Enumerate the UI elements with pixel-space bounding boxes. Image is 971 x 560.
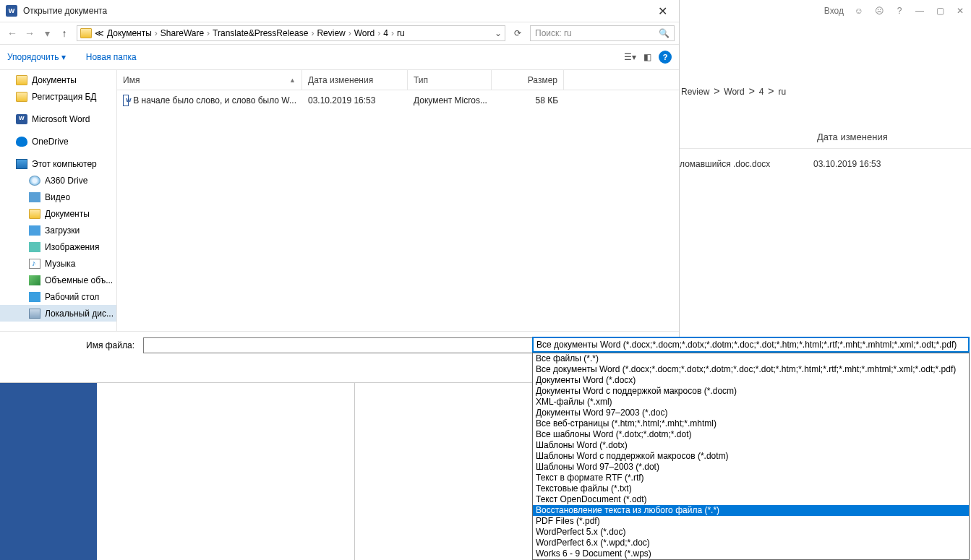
filetype-option[interactable]: Все документы Word (*.docx;*.docm;*.dotx… [533, 364, 969, 375]
breadcrumb-path[interactable]: ≪ Документы› ShareWare› Translate&PressR… [77, 25, 505, 41]
filetype-option[interactable]: Текст в формате RTF (*.rtf) [533, 473, 969, 483]
list-header[interactable]: Имя▲ Дата изменения Тип Размер [117, 70, 679, 90]
filetype-option[interactable]: WordPerfect 6.x (*.wpd;*.doc) [533, 538, 969, 548]
filename-label: Имя файла: [7, 340, 137, 350]
tree-item-label: Этот компьютер [32, 159, 97, 169]
tree-item[interactable]: Этот компьютер [0, 155, 116, 172]
music-icon [29, 259, 40, 269]
face-icon[interactable]: ☺ [854, 6, 864, 16]
nav-up-icon[interactable]: ↑ [56, 25, 72, 41]
tree-item-label: Регистрация БД [32, 92, 96, 102]
tree-item[interactable]: Загрузки [0, 222, 116, 238]
filetype-option[interactable]: WordPerfect 5.x (*.doc) [533, 527, 969, 538]
crumb[interactable]: Review [317, 28, 345, 38]
tree-item[interactable]: A360 Drive [0, 172, 116, 189]
crumb[interactable]: Word [354, 28, 375, 38]
filetype-option[interactable]: Текст OpenDocument (*.odt) [533, 494, 969, 505]
filetype-option[interactable]: Шаблоны Word с поддержкой макросов (*.do… [533, 451, 969, 462]
tree-item-label: OneDrive [32, 137, 69, 147]
col-name[interactable]: Имя▲ [117, 70, 302, 90]
filetype-option[interactable]: Документы Word (*.docx) [533, 375, 969, 386]
filetype-option[interactable]: Восстановление текста из любого файла (*… [533, 505, 969, 516]
refresh-icon[interactable]: ⟳ [510, 25, 526, 41]
dialog-body: ДокументыРегистрация БДMicrosoft WordOne… [0, 69, 679, 331]
crumb[interactable]: ru [397, 28, 405, 38]
crumb[interactable]: Translate&PressRelease [213, 28, 308, 38]
filetype-combo[interactable]: Все документы Word (*.docx;*.docm;*.dotx… [532, 337, 970, 353]
folder-icon [16, 75, 27, 85]
filetype-option[interactable]: PDF Files (*.pdf) [533, 516, 969, 527]
word-icon: W [6, 5, 17, 17]
maximize-icon[interactable]: ▢ [935, 6, 945, 16]
filetype-option[interactable]: Шаблоны Word 97–2003 (*.dot) [533, 462, 969, 473]
dialog-titlebar: W Открытие документа ✕ [0, 0, 679, 22]
filetype-option[interactable]: Все веб-страницы (*.htm;*.html;*.mht;*.m… [533, 418, 969, 429]
tree-item[interactable]: Музыка [0, 255, 116, 272]
close-icon[interactable]: ✕ [955, 6, 965, 16]
help-icon[interactable]: ? [894, 6, 904, 16]
bg-file-row[interactable]: ломавшийся .doc.docx 03.10.2019 16:53 [680, 159, 957, 169]
tree-item[interactable]: Документы [0, 205, 116, 222]
tree-item-label: Объемные объ... [45, 275, 113, 285]
file-date: 03.10.2019 16:53 [302, 95, 408, 105]
nav-forward-icon: → [22, 25, 38, 41]
col-size[interactable]: Размер [492, 70, 564, 90]
search-input[interactable]: Поиск: ru 🔍 [530, 25, 675, 41]
desk-icon [29, 292, 40, 302]
path-dropdown-icon[interactable]: ⌄ [495, 28, 502, 38]
tree-item[interactable]: Документы [0, 72, 116, 88]
filetype-option[interactable]: XML-файлы (*.xml) [533, 397, 969, 408]
tree-item-label: A360 Drive [45, 176, 87, 186]
minimize-icon[interactable]: — [915, 6, 925, 16]
filetype-dropdown[interactable]: Все файлы (*.*)Все документы Word (*.doc… [532, 353, 970, 560]
crumb[interactable]: 4 [383, 28, 388, 38]
filetype-option[interactable]: Все шаблоны Word (*.dotx;*.dotm;*.dot) [533, 429, 969, 440]
dialog-help-icon[interactable]: ? [659, 51, 672, 64]
view-mode-icon[interactable]: ☰▾ [624, 52, 636, 62]
tree-item-label: Загрузки [45, 225, 80, 236]
crumb[interactable]: Документы [107, 28, 152, 38]
nav-recent-icon[interactable]: ▾ [39, 25, 55, 41]
login-link[interactable]: Вход [824, 6, 844, 16]
bg-file-date: 03.10.2019 16:53 [813, 159, 881, 169]
preview-pane-icon[interactable]: ◧ [643, 52, 651, 62]
tree-item[interactable]: Microsoft Word [0, 111, 116, 127]
filetype-option[interactable]: Все файлы (*.*) [533, 353, 969, 364]
tree-item[interactable]: OneDrive [0, 133, 116, 150]
filetype-option[interactable]: Документы Word 97–2003 (*.doc) [533, 408, 969, 418]
nav-tree[interactable]: ДокументыРегистрация БДMicrosoft WordOne… [0, 70, 117, 331]
face-sad-icon[interactable]: ☹ [874, 6, 884, 16]
tree-item[interactable]: Регистрация БД [0, 88, 116, 105]
tree-item[interactable]: Изображения [0, 238, 116, 255]
file-name: В начале было слово, и слово было W... [133, 95, 296, 105]
search-placeholder: Поиск: ru [535, 28, 572, 38]
new-folder-button[interactable]: Новая папка [86, 52, 137, 62]
organize-button[interactable]: Упорядочить ▾ [7, 52, 66, 62]
crumb[interactable]: ShareWare [161, 28, 204, 38]
tree-item-label: Видео [45, 192, 70, 202]
filetype-option[interactable]: Works 6 - 9 Document (*.wps) [533, 548, 969, 559]
bg-ruler [354, 383, 355, 560]
docx-icon [123, 95, 129, 106]
tree-item-label: Изображения [45, 242, 99, 252]
filetype-option[interactable]: Шаблоны Word (*.dotx) [533, 440, 969, 451]
tree-item-label: Документы [45, 209, 90, 219]
folder-icon [29, 209, 40, 219]
tree-item[interactable]: Локальный дис... [0, 305, 116, 322]
tree-item[interactable]: Видео [0, 189, 116, 205]
col-type[interactable]: Тип [408, 70, 492, 90]
file-type: Документ Micros... [408, 95, 492, 105]
dialog-title: Открытие документа [23, 6, 652, 16]
folder-icon [80, 28, 92, 38]
tree-item[interactable]: Рабочий стол [0, 288, 116, 305]
tree-item[interactable]: Объемные объ... [0, 272, 116, 288]
filetype-option[interactable]: Текстовые файлы (*.txt) [533, 483, 969, 494]
onedrive-icon [16, 137, 27, 147]
file-row[interactable]: В начале было слово, и слово было W...03… [117, 90, 679, 111]
cube-icon [29, 275, 40, 285]
nav-back-icon[interactable]: ← [4, 25, 20, 41]
tree-item-label: Microsoft Word [32, 114, 90, 124]
filetype-option[interactable]: Документы Word с поддержкой макросов (*.… [533, 386, 969, 397]
dialog-close-icon[interactable]: ✕ [652, 4, 673, 18]
col-date[interactable]: Дата изменения [302, 70, 408, 90]
